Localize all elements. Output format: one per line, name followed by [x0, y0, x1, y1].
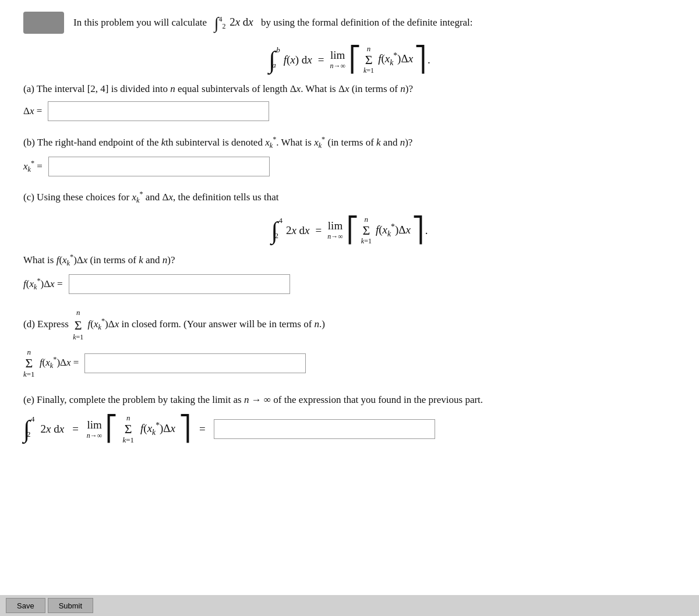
what-is-label: What is f(xk*)Δx (in terms of k and n)?: [23, 254, 175, 265]
part-e-integrand: 2x dx: [41, 423, 65, 436]
part-a-input[interactable]: [48, 101, 269, 121]
part-a-input-label: Δx =: [23, 105, 42, 117]
part-e-sigma: n Σ k=1: [122, 413, 134, 445]
part-e-equals2: =: [199, 423, 206, 436]
part-e-equation-row: ∫ 4 2 2x dx = lim n→∞ ⎡ n Σ k=1 f(xk*)Δx…: [23, 413, 676, 445]
riemann-definition-formula: ∫ b a f(x) dx = lim n→∞ ⎡ n Σ k=1 f(xk*)…: [23, 44, 676, 75]
intro-text: In this problem you will calculate ∫42 2…: [73, 14, 473, 31]
part-d-input-label: n Σ k=1 f(xk*)Δx =: [23, 348, 79, 379]
part-e-sum-term: f(xk*)Δx: [140, 421, 175, 437]
part-c-description: (c) Using these choices for xk* and Δx, …: [23, 189, 676, 207]
part-b-input-label: xk* =: [23, 159, 43, 174]
by-using-text: by using the formal definition of the de…: [261, 17, 473, 28]
header-section: In this problem you will calculate ∫42 2…: [23, 12, 676, 34]
part-b-description: (b) The right-hand endpoint of the kth s…: [23, 134, 676, 152]
logo-block: [23, 12, 64, 34]
part-c-input-row: f(xk*)Δx =: [23, 274, 676, 294]
part-a-section: (a) The interval [2, 4] is divided into …: [23, 81, 676, 121]
part-d-section: (d) Express n Σ k=1 f(xk*)Δx in closed f…: [23, 307, 676, 379]
part-c-input[interactable]: [69, 274, 290, 294]
part-e-lim: lim n→∞: [87, 419, 103, 440]
save-button[interactable]: Save: [6, 598, 45, 613]
part-b-input[interactable]: [48, 157, 270, 176]
part-c-section: (c) Using these choices for xk* and Δx, …: [23, 189, 676, 294]
part-e-input[interactable]: [214, 419, 435, 439]
riemann-formula: ∫ b a f(x) dx = lim n→∞ ⎡ n Σ k=1 f(xk*)…: [269, 44, 430, 75]
part-a-input-row: Δx =: [23, 101, 676, 121]
part-b-input-row: xk* =: [23, 157, 676, 176]
part-c-input-label: f(xk*)Δx =: [23, 277, 63, 292]
part-e-bracket-right: ⎤: [179, 418, 191, 440]
part-a-description: (a) The interval [2, 4] is divided into …: [23, 81, 676, 97]
part-e-bracket-left: ⎡: [105, 418, 118, 440]
bottom-bar: Save Submit: [0, 595, 699, 616]
submit-button[interactable]: Submit: [48, 598, 93, 613]
intro-label: In this problem you will calculate: [73, 17, 207, 28]
integral-inline: ∫42 2x dx: [214, 16, 256, 28]
part-e-equals1: =: [72, 423, 79, 436]
part-d-description: (d) Express n Σ k=1 f(xk*)Δx in closed f…: [23, 307, 676, 343]
part-e-section: (e) Finally, complete the problem by tak…: [23, 392, 676, 445]
part-e-integral: ∫ 4 2: [23, 417, 30, 441]
part-c-formula: ∫ 4 2 2x dx = lim n→∞ ⎡ n Σ k=1 f(xk*)Δx…: [23, 215, 676, 246]
part-d-input-row: n Σ k=1 f(xk*)Δx =: [23, 348, 676, 379]
part-d-input[interactable]: [84, 353, 306, 373]
part-c-question: What is f(xk*)Δx (in terms of k and n)?: [23, 252, 676, 270]
part-b-section: (b) The right-hand endpoint of the kth s…: [23, 134, 676, 176]
part-e-description: (e) Finally, complete the problem by tak…: [23, 392, 676, 408]
